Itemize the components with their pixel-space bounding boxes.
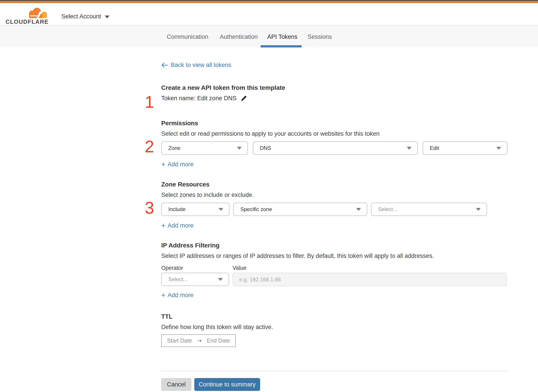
tab-bar: Communication Authentication API Tokens … (0, 25, 538, 47)
zone-scope-dropdown[interactable]: Specific zone (233, 203, 367, 216)
ip-controls-row: Select... (161, 273, 508, 286)
cloudflare-api-token-page: CLOUDFLARE Select Account Communication … (0, 0, 538, 392)
start-date-placeholder: Start Date (167, 337, 192, 344)
step-number-2: 2 (133, 137, 154, 156)
back-to-tokens-link[interactable]: Back to view all tokens (161, 62, 231, 69)
header: CLOUDFLARE Select Account (0, 3, 538, 25)
chevron-down-icon (105, 15, 110, 19)
ip-operator-dropdown[interactable]: Select... (161, 273, 229, 286)
chevron-down-icon (356, 208, 361, 211)
value-label: Value (233, 264, 246, 271)
footer-actions: Cancel Continue to summary (161, 378, 260, 391)
cancel-button[interactable]: Cancel (161, 378, 191, 391)
step-number-1: 1 (133, 93, 154, 111)
zone-select-placeholder: Select... (378, 206, 398, 212)
token-name-text: Token name: Edit zone DNS (161, 95, 236, 102)
account-selector[interactable]: Select Account (61, 13, 110, 20)
zone-mode-value: Include (168, 206, 185, 212)
ip-filtering-heading: IP Address Filtering (161, 242, 508, 249)
tab-authentication[interactable]: Authentication (220, 33, 258, 40)
permission-access-value: Edit (430, 145, 439, 151)
permissions-description: Select edit or read permissions to apply… (161, 130, 508, 137)
account-selector-label: Select Account (61, 13, 101, 20)
continue-to-summary-button[interactable]: Continue to summary (194, 378, 260, 391)
add-more-label: Add more (168, 222, 194, 229)
chevron-down-icon (476, 208, 481, 211)
permissions-add-more-link[interactable]: + Add more (161, 161, 508, 168)
permissions-row: Zone DNS Edit (161, 141, 508, 155)
ip-filtering-description: Select IP addresses or ranges of IP addr… (161, 252, 508, 260)
zone-resources-row: Include Specific zone Select... (161, 203, 508, 216)
chevron-down-icon (218, 278, 223, 281)
chevron-down-icon (496, 147, 501, 150)
operator-label: Operator (161, 264, 233, 271)
zone-select-dropdown[interactable]: Select... (371, 203, 487, 216)
zone-resources-heading: Zone Resources (161, 181, 508, 188)
permission-scope-value: Zone (168, 145, 181, 151)
end-date-placeholder: End Date (207, 337, 230, 344)
ttl-date-range-picker[interactable]: Start Date End Date (161, 334, 236, 347)
permissions-section: 2 Permissions Select edit or read permis… (161, 119, 508, 168)
zone-scope-value: Specific zone (240, 206, 272, 212)
zone-resources-add-more-link[interactable]: + Add more (161, 222, 508, 229)
ttl-description: Define how long this token will stay act… (161, 323, 508, 331)
zone-mode-dropdown[interactable]: Include (161, 203, 229, 216)
brand-orange-bar (0, 1, 538, 3)
footer-divider (161, 371, 508, 371)
ip-labels-row: Operator Value (161, 264, 508, 271)
cloudflare-wordmark: CLOUDFLARE (5, 19, 49, 25)
ttl-section: TTL Define how long this token will stay… (161, 313, 508, 347)
cloudflare-logo[interactable]: CLOUDFLARE (6, 6, 49, 25)
permission-resource-dropdown[interactable]: DNS (253, 141, 418, 155)
chevron-down-icon (237, 147, 242, 150)
ip-filtering-add-more-link[interactable]: + Add more (161, 292, 508, 299)
arrow-right-icon (197, 339, 201, 343)
template-section: 1 Create a new API token from this templ… (161, 84, 508, 102)
step-number-3: 3 (133, 198, 154, 217)
chevron-down-icon (407, 147, 412, 150)
main-content: Back to view all tokens 1 Create a new A… (161, 47, 508, 392)
permissions-heading: Permissions (161, 119, 508, 127)
permission-resource-value: DNS (260, 145, 271, 151)
zone-resources-description: Select zones to include or exclude. (161, 191, 508, 199)
add-more-label: Add more (168, 161, 194, 168)
back-link-label: Back to view all tokens (171, 62, 231, 69)
permission-scope-dropdown[interactable]: Zone (161, 141, 248, 155)
add-more-label: Add more (168, 292, 194, 299)
chevron-down-icon (218, 208, 223, 211)
plus-icon: + (161, 222, 165, 229)
tab-sessions[interactable]: Sessions (308, 33, 332, 40)
plus-icon: + (161, 292, 165, 298)
edit-pencil-icon[interactable] (240, 95, 247, 102)
ip-value-input[interactable] (233, 273, 507, 286)
plus-icon: + (161, 161, 165, 167)
cloudflare-cloud-icon (27, 6, 49, 19)
ttl-heading: TTL (161, 313, 508, 321)
tab-communication[interactable]: Communication (167, 33, 208, 40)
token-name-line: Token name: Edit zone DNS (161, 95, 508, 102)
ip-filtering-section: IP Address Filtering Select IP addresses… (161, 242, 508, 299)
permission-access-dropdown[interactable]: Edit (423, 141, 507, 155)
tab-api-tokens[interactable]: API Tokens (267, 33, 297, 40)
zone-resources-section: 3 Zone Resources Select zones to include… (161, 181, 508, 229)
arrow-left-icon (161, 62, 168, 68)
template-heading: Create a new API token from this templat… (161, 84, 508, 92)
ip-operator-placeholder: Select... (168, 276, 188, 282)
